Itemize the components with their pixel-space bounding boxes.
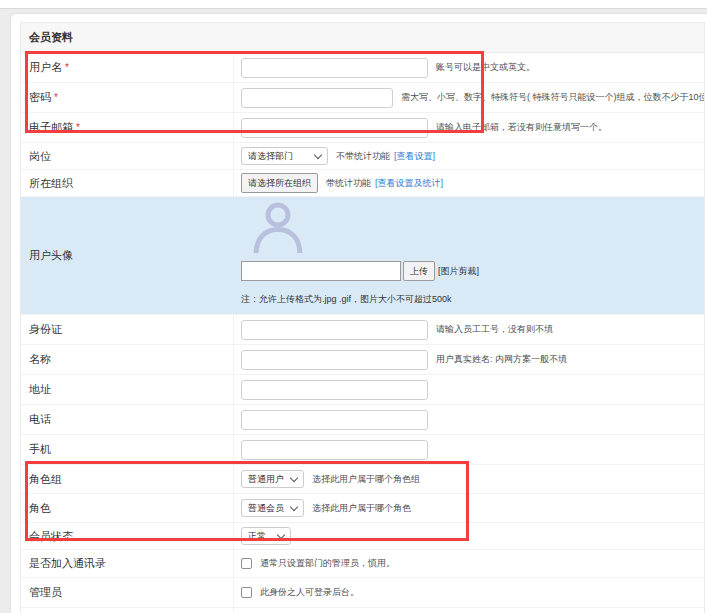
organization-control: 请选择所在组织带统计功能[查看设置及统计] [234,170,704,196]
form-row-address: 地址 [21,375,704,405]
form-row-member-status: 会员状态正常 [21,523,704,550]
role-hint: 选择此用户属于哪个角色 [312,502,411,515]
position-settings-link[interactable]: [查看设置] [394,150,435,163]
mobile-label: 手机 [21,435,234,464]
username-hint: 账号可以是中文或英文。 [436,61,535,74]
required-asterisk: * [65,63,69,73]
form-row-avatar: 用户头像上传[图片剪裁]注：允许上传格式为.jpg .gif，图片大小不可超过5… [21,197,704,315]
password-label: 密码* [21,83,234,112]
role-group-select[interactable]: 普通用户 [241,470,304,488]
organization-settings-link[interactable]: [查看设置及统计] [375,177,443,190]
member-status-select[interactable]: 正常 [241,527,291,545]
address-control [234,375,704,404]
selected-value: 正常 [248,530,266,543]
selected-value: 普通用户 [248,473,284,486]
email-label: 电子邮箱* [21,113,234,142]
chevron-down-icon [290,503,298,511]
join-contacts-label: 是否加入通讯录 [21,550,234,577]
join-contacts-control: 通常只设置部门的管理员，慎用。 [234,550,704,577]
address-label: 地址 [21,375,234,404]
field-label-text: 名称 [29,352,51,367]
form-row-organization: 所在组织请选择所在组织带统计功能[查看设置及统计] [21,170,704,197]
section-header: 会员资料 [21,23,704,53]
organization-label: 所在组织 [21,170,234,196]
form-row-password: 密码*需大写、小写、数字、特殊符号( 特殊符号只能设一个)组成，位数不少于10位… [21,83,704,113]
form-row-username: 用户名*账号可以是中文或英文。 [21,53,704,83]
organization-picker-button[interactable]: 请选择所在组织 [241,173,318,193]
top-toolbar [0,0,707,9]
organization-hint: 带统计功能 [326,177,371,190]
role-control: 普通会员选择此用户属于哪个角色 [234,494,704,522]
password-hint: 需大写、小写、数字、特殊符号( 特殊符号只能设一个)组成，位数不少于10位。 [401,91,704,104]
real-name-hint: 用户真实姓名: 内网方案一般不填 [436,353,567,366]
field-label-text: 手机 [29,442,51,457]
field-label-text: 地址 [29,382,51,397]
field-label-text: 电子邮箱 [29,120,73,135]
field-label-text: 角色 [29,501,51,516]
field-label-text: 身份证 [29,322,62,337]
field-label-text: 岗位 [29,149,51,164]
field-label-text: 管理员 [29,585,62,600]
role-group-control: 普通用户选择此用户属于哪个角色组 [234,465,704,493]
form-row-join-contacts: 是否加入通讯录通常只设置部门的管理员，慎用。 [21,550,704,578]
upload-button[interactable]: 上传 [403,261,435,281]
real-name-label: 名称 [21,345,234,374]
field-label-text: 用户名 [29,60,62,75]
form-row-real-name: 名称用户真实姓名: 内网方案一般不填 [21,345,704,375]
address-input[interactable] [241,380,428,400]
position-select[interactable]: 请选择部门 [241,147,328,165]
avatar-control: 上传[图片剪裁]注：允许上传格式为.jpg .gif，图片大小不可超过500k [234,197,704,314]
username-input[interactable] [241,58,428,78]
role-group-hint: 选择此用户属于哪个角色组 [312,473,420,486]
id-card-label: 身份证 [21,315,234,344]
id-card-control: 请输入员工工号，没有则不填 [234,315,704,344]
telephone-input[interactable] [241,410,428,430]
position-control: 请选择部门不带统计功能[查看设置] [234,143,704,169]
avatar-upload-controls: 上传[图片剪裁] [241,261,704,281]
password-input[interactable] [241,88,393,108]
member-status-label: 会员状态 [21,523,234,549]
chevron-down-icon [314,151,322,159]
position-hint: 不带统计功能 [336,150,390,163]
admin-hint: 此身份之人可登录后台。 [260,586,359,599]
form-row-role: 角色普通会员选择此用户属于哪个角色 [21,494,704,523]
field-label-text: 角色组 [29,472,62,487]
form-rows: 用户名*账号可以是中文或英文。密码*需大写、小写、数字、特殊符号( 特殊符号只能… [21,53,704,613]
email-control: 请输入电子邮箱，若没有则任意填写一个。 [234,113,704,142]
admin-control: 此身份之人可登录后台。 [234,578,704,607]
username-label: 用户名* [21,53,234,82]
avatar-path-input[interactable] [241,261,401,281]
field-label-text: 用户头像 [29,248,73,263]
form-row-email: 电子邮箱*请输入电子邮箱，若没有则任意填写一个。 [21,113,704,143]
username-control: 账号可以是中文或英文。 [234,53,704,82]
mobile-input[interactable] [241,440,428,460]
role-select[interactable]: 普通会员 [241,499,304,517]
mobile-control [234,435,704,464]
field-label-text: 会员状态 [29,529,73,544]
id-card-hint: 请输入员工工号，没有则不填 [436,323,553,336]
field-label-text: 电话 [29,412,51,427]
id-card-input[interactable] [241,320,428,340]
form-row-position: 岗位请选择部门不带统计功能[查看设置] [21,143,704,170]
selected-value: 普通会员 [248,502,284,515]
admin-checkbox[interactable] [241,587,252,598]
admin-label: 管理员 [21,578,234,607]
real-name-input[interactable] [241,350,428,370]
role-group-label: 角色组 [21,465,234,493]
join-contacts-checkbox[interactable] [241,558,252,569]
upload-format-note: 注：允许上传格式为.jpg .gif，图片大小不可超过500k [241,293,704,306]
role-label: 角色 [21,494,234,522]
chevron-down-icon [290,474,298,482]
email-hint: 请输入电子邮箱，若没有则任意填写一个。 [436,121,607,134]
form-row-id-card: 身份证请输入员工工号，没有则不填 [21,315,704,345]
email-input[interactable] [241,118,428,138]
field-label-text: 密码 [29,90,51,105]
form-row-telephone: 电话 [21,405,704,435]
form-row-admin: 管理员此身份之人可登录后台。 [21,578,704,608]
form-row-role-group: 角色组普通用户选择此用户属于哪个角色组 [21,465,704,494]
real-name-control: 用户真实姓名: 内网方案一般不填 [234,345,704,374]
image-crop-link[interactable]: [图片剪裁] [438,265,479,278]
chevron-down-icon [277,531,285,539]
position-label: 岗位 [21,143,234,169]
form-row-extra [21,608,704,613]
